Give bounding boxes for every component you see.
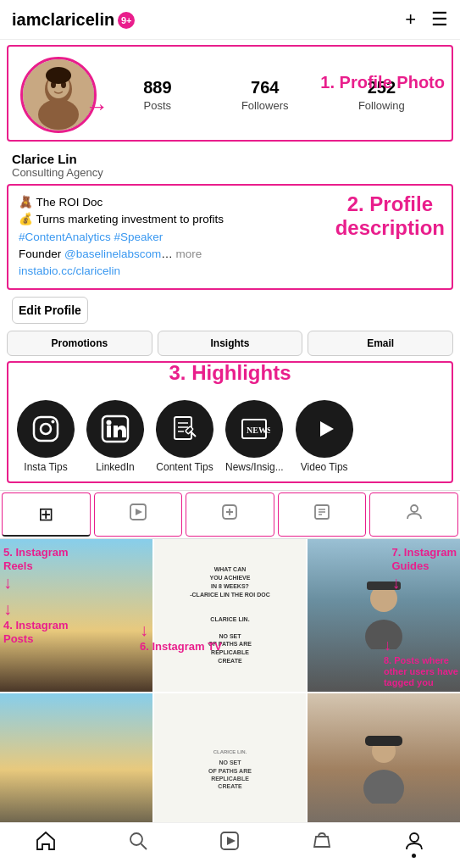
following-count: 252	[358, 78, 405, 97]
tab-posts[interactable]: ⊞	[2, 492, 91, 537]
svg-point-29	[365, 620, 402, 649]
bio-link[interactable]: instabio.cc/claricelin	[19, 263, 441, 280]
bio-line1: 🧸 The ROI Doc	[19, 194, 441, 211]
active-nav-dot	[412, 854, 416, 858]
followers-stat[interactable]: 764 Followers	[241, 78, 289, 113]
svg-point-35	[130, 833, 142, 845]
highlight-label-video: Video Tips	[301, 461, 348, 473]
tab-igtv[interactable]	[186, 492, 274, 537]
nav-reels[interactable]	[184, 830, 276, 858]
grid-cell-1[interactable]	[0, 539, 152, 692]
highlights-section: 3. Highlights Insta Tips	[7, 361, 453, 483]
highlight-label-insta: Insta Tips	[24, 461, 67, 473]
profile-top: 889 Posts 764 Followers 252 Following	[20, 57, 440, 133]
followers-count: 764	[241, 78, 289, 97]
tab-reels[interactable]	[94, 492, 183, 537]
tab-posts-icon: ⊞	[38, 504, 53, 526]
stats-row: 889 Posts 764 Followers 252 Following	[108, 78, 440, 113]
following-label: Following	[358, 99, 405, 112]
nav-profile[interactable]	[368, 830, 460, 858]
highlight-item-video[interactable]: Video Tips	[296, 400, 353, 473]
action-row: Promotions Insights Email	[7, 331, 453, 356]
avatar-border	[20, 57, 97, 133]
bottom-nav	[0, 822, 460, 868]
avatar-wrapper[interactable]	[20, 57, 97, 133]
svg-point-12	[107, 420, 112, 426]
mention[interactable]: @baselinelabscom	[64, 248, 161, 260]
svg-rect-33	[365, 736, 402, 746]
highlight-item-content-tips[interactable]: Content Tips	[156, 400, 213, 473]
post-image-1	[0, 539, 152, 692]
grid-cell-2[interactable]: WHAT CANYOU ACHIEVEIN 8 WEEKS?-CLARICE L…	[154, 539, 307, 692]
svg-marker-20	[320, 421, 334, 437]
svg-rect-30	[367, 581, 401, 590]
tab-bar: ⊞	[0, 490, 460, 539]
promotions-button[interactable]: Promotions	[7, 331, 152, 356]
header-actions: + ☰	[405, 8, 448, 31]
edit-profile-button[interactable]: Edit Profile	[12, 297, 88, 324]
tab-guides[interactable]	[278, 492, 367, 537]
bio-link-text[interactable]: instabio.cc/claricelin	[19, 264, 120, 277]
email-button[interactable]: Email	[308, 331, 453, 356]
followers-label: Followers	[241, 99, 289, 112]
highlight-item-news[interactable]: NEWS News/Insig...	[225, 400, 284, 473]
highlight-label-linkedin: LinkedIn	[96, 461, 134, 473]
username-text: iamclaricelin	[12, 10, 114, 29]
svg-marker-22	[136, 509, 142, 515]
posts-count: 889	[143, 78, 171, 97]
following-stat[interactable]: 252 Following	[358, 78, 405, 113]
svg-marker-38	[227, 837, 236, 845]
tab-tagged[interactable]	[369, 492, 458, 537]
tab-igtv-icon	[219, 502, 240, 527]
add-icon[interactable]: +	[405, 8, 416, 31]
nav-search[interactable]	[92, 830, 185, 858]
post-image-2: WHAT CANYOU ACHIEVEIN 8 WEEKS?-CLARICE L…	[154, 539, 307, 692]
posts-grid-section: WHAT CANYOU ACHIEVEIN 8 WEEKS?-CLARICE L…	[0, 539, 460, 845]
svg-point-8	[41, 424, 51, 434]
notification-badge: 9+	[118, 12, 135, 29]
svg-point-39	[410, 833, 418, 842]
svg-rect-11	[107, 426, 111, 437]
tab-reels-icon	[128, 502, 148, 527]
post-image-3	[308, 539, 460, 692]
highlight-circle-video	[296, 400, 353, 458]
menu-icon[interactable]: ☰	[431, 8, 448, 31]
highlights-scroll[interactable]: Insta Tips LinkedIn	[8, 370, 452, 476]
hashtag-content: #ContentAnalytics #Speaker	[19, 231, 163, 243]
highlight-label-content: Content Tips	[156, 461, 213, 473]
svg-point-3	[38, 99, 79, 130]
svg-point-9	[52, 420, 55, 424]
svg-line-36	[141, 844, 147, 850]
bio-line3: #ContentAnalytics #Speaker	[19, 229, 441, 246]
profile-subtitle: Consulting Agency	[12, 166, 448, 179]
highlight-circle-insta	[17, 400, 75, 458]
insights-button[interactable]: Insights	[158, 331, 303, 356]
grid-cell-3[interactable]	[308, 539, 460, 692]
posts-stat[interactable]: 889 Posts	[143, 78, 171, 113]
svg-text:NEWS: NEWS	[247, 426, 270, 435]
highlight-item-linkedin[interactable]: LinkedIn	[86, 400, 144, 473]
nav-home[interactable]	[0, 830, 92, 858]
tab-tagged-icon	[404, 502, 424, 527]
username: iamclaricelin9+	[12, 10, 405, 30]
bio-line4: Founder @baselinelabscom… more	[19, 246, 441, 263]
header: iamclaricelin9+ + ☰	[0, 0, 460, 40]
highlight-circle-linkedin	[86, 400, 144, 458]
highlight-circle-news: NEWS	[225, 400, 283, 458]
highlight-item-insta-tips[interactable]: Insta Tips	[17, 400, 75, 473]
avatar	[23, 59, 94, 131]
svg-point-6	[46, 67, 71, 84]
profile-section: 889 Posts 764 Followers 252 Following → …	[7, 45, 453, 142]
nav-shop[interactable]	[276, 830, 369, 858]
profile-name-section: Clarice Lin Consulting Agency	[0, 147, 460, 179]
svg-point-34	[363, 770, 404, 804]
highlight-label-news: News/Insig...	[225, 461, 284, 473]
more-link[interactable]: more	[176, 248, 202, 260]
posts-label: Posts	[144, 99, 172, 112]
tab-guides-icon	[312, 502, 332, 527]
bio-line2: 💰 Turns marketing investment to profits	[19, 211, 441, 228]
highlight-circle-content	[156, 400, 213, 458]
bio-box: 🧸 The ROI Doc 💰 Turns marketing investme…	[7, 184, 453, 290]
profile-name: Clarice Lin	[12, 152, 448, 166]
posts-grid: WHAT CANYOU ACHIEVEIN 8 WEEKS?-CLARICE L…	[0, 539, 460, 845]
